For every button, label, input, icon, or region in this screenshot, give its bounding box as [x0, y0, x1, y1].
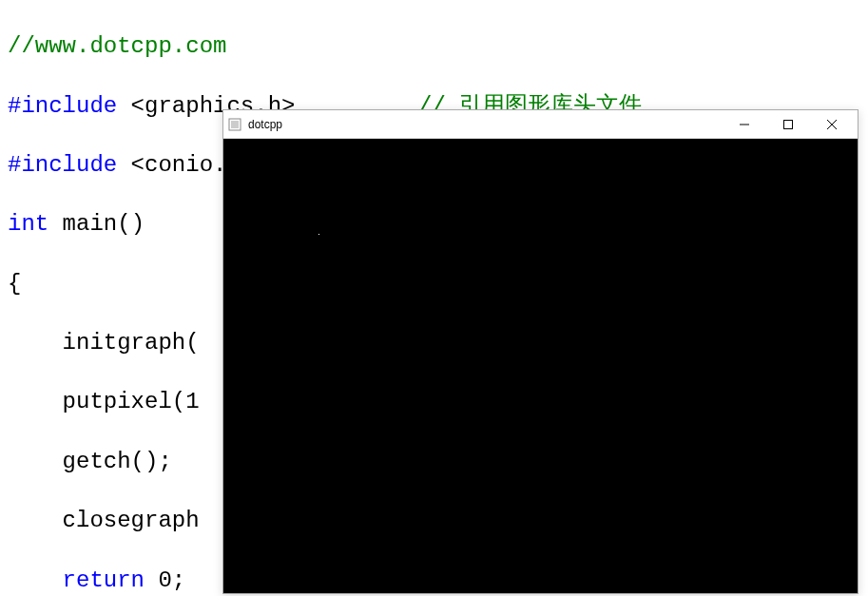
include-directive: #include — [8, 93, 117, 119]
close-button[interactable] — [810, 110, 854, 139]
getch-call: getch(); — [63, 449, 172, 474]
svg-rect-3 — [784, 120, 793, 128]
closegraph-call: closegraph — [63, 508, 200, 533]
maximize-button[interactable] — [766, 110, 810, 139]
int-keyword: int — [8, 211, 48, 237]
angle-open: < — [117, 152, 145, 178]
graphics-output-window[interactable]: dotcpp — [222, 109, 858, 594]
initgraph-call: initgraph( — [63, 330, 200, 356]
svg-rect-1 — [231, 121, 239, 128]
window-title-text: dotcpp — [248, 118, 723, 131]
code-line-1: //www.dotcpp.com — [8, 31, 860, 61]
putpixel-call: putpixel(1 — [63, 389, 200, 414]
return-keyword: return — [63, 567, 145, 593]
return-value: 0; — [145, 567, 185, 593]
url-comment: //www.dotcpp.com — [8, 33, 226, 59]
minimize-button[interactable] — [723, 110, 766, 139]
graphics-canvas — [223, 139, 858, 593]
main-func: main() — [48, 211, 145, 237]
app-icon — [227, 117, 242, 132]
angle-open: < — [117, 93, 145, 119]
window-titlebar[interactable]: dotcpp — [223, 110, 858, 139]
drawn-pixel — [318, 234, 319, 235]
include-directive: #include — [8, 152, 117, 178]
window-controls — [723, 110, 854, 138]
open-brace: { — [8, 271, 21, 297]
